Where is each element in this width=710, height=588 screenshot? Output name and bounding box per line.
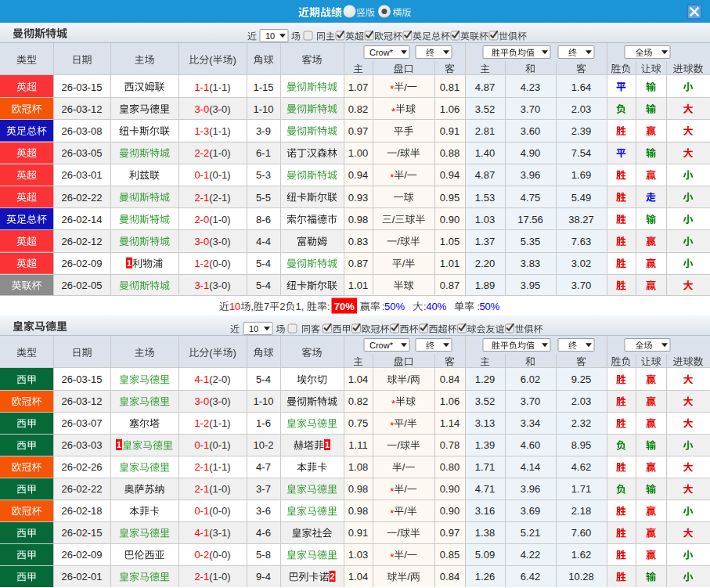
svg-text:1-15: 1-15 bbox=[253, 81, 273, 93]
svg-text:7.54: 7.54 bbox=[571, 147, 591, 159]
svg-text:0.94: 0.94 bbox=[348, 169, 368, 181]
svg-text:4.23: 4.23 bbox=[521, 81, 540, 93]
svg-text:1.38: 1.38 bbox=[475, 527, 495, 539]
svg-text:1.40: 1.40 bbox=[475, 147, 495, 159]
svg-text:26-02-09: 26-02-09 bbox=[61, 549, 102, 561]
svg-text:0.82: 0.82 bbox=[348, 395, 368, 407]
svg-text:4.62: 4.62 bbox=[571, 461, 591, 473]
svg-text:0.81: 0.81 bbox=[440, 81, 460, 93]
svg-text:10.28: 10.28 bbox=[568, 571, 594, 583]
svg-text:5-5: 5-5 bbox=[256, 192, 271, 204]
svg-text:3.70: 3.70 bbox=[521, 103, 540, 115]
svg-text:5-4: 5-4 bbox=[256, 373, 271, 385]
svg-text:26-03-05: 26-03-05 bbox=[61, 147, 102, 159]
svg-text:4.87: 4.87 bbox=[475, 169, 495, 181]
svg-text:1.01: 1.01 bbox=[348, 280, 368, 291]
svg-text:5-4: 5-4 bbox=[256, 280, 271, 291]
svg-text:0.91: 0.91 bbox=[348, 527, 368, 539]
svg-text:5.21: 5.21 bbox=[521, 527, 540, 539]
svg-text:(: ( bbox=[209, 347, 213, 359]
svg-text:3.69: 3.69 bbox=[521, 505, 540, 517]
svg-text:10: 10 bbox=[229, 301, 240, 312]
svg-text:2-1: 2-1 bbox=[194, 192, 209, 204]
svg-text:5-3: 5-3 bbox=[256, 169, 271, 181]
svg-text:3-9: 3-9 bbox=[256, 125, 271, 137]
svg-text:4.90: 4.90 bbox=[521, 147, 540, 159]
svg-text:3-7: 3-7 bbox=[256, 483, 271, 495]
svg-text:3.13: 3.13 bbox=[475, 417, 495, 429]
svg-text:3-0: 3-0 bbox=[194, 236, 209, 247]
svg-text:5.35: 5.35 bbox=[521, 236, 540, 247]
svg-text:6.02: 6.02 bbox=[521, 373, 540, 385]
svg-text:3-1: 3-1 bbox=[194, 280, 209, 291]
svg-text:(3-0): (3-0) bbox=[209, 236, 230, 247]
svg-text:1-10: 1-10 bbox=[253, 395, 273, 407]
svg-text:10-2: 10-2 bbox=[253, 439, 273, 451]
svg-text:3.83: 3.83 bbox=[521, 258, 540, 269]
svg-text:0.82: 0.82 bbox=[348, 103, 368, 115]
svg-text:/: / bbox=[404, 169, 407, 181]
svg-text:4.71: 4.71 bbox=[475, 483, 495, 495]
svg-text:26-03-01: 26-03-01 bbox=[61, 169, 102, 181]
svg-text:6-1: 6-1 bbox=[256, 147, 271, 159]
svg-text:26-03-07: 26-03-07 bbox=[61, 417, 102, 429]
svg-text:26-03-08: 26-03-08 bbox=[61, 125, 102, 137]
svg-text:0.90: 0.90 bbox=[440, 505, 460, 517]
svg-text:2-0: 2-0 bbox=[194, 214, 209, 225]
svg-text:2.03: 2.03 bbox=[571, 395, 591, 407]
svg-text:38.27: 38.27 bbox=[568, 214, 594, 225]
svg-text:(3-1): (3-1) bbox=[209, 527, 230, 539]
svg-text:1.04: 1.04 bbox=[348, 373, 368, 385]
svg-text:3-0: 3-0 bbox=[194, 395, 209, 407]
svg-text:3.34: 3.34 bbox=[521, 417, 540, 429]
svg-text:2.39: 2.39 bbox=[571, 125, 591, 137]
svg-text:10: 10 bbox=[265, 31, 275, 41]
svg-text:/: / bbox=[407, 373, 410, 385]
svg-text:1.07: 1.07 bbox=[348, 81, 368, 93]
svg-text:/: / bbox=[404, 483, 407, 495]
svg-text:1.03: 1.03 bbox=[475, 214, 495, 225]
svg-text:0.88: 0.88 bbox=[440, 147, 460, 159]
svg-text:1.06: 1.06 bbox=[440, 103, 460, 115]
svg-text:2.20: 2.20 bbox=[475, 258, 495, 269]
svg-text:/: / bbox=[402, 258, 405, 269]
svg-text:2.32: 2.32 bbox=[571, 417, 591, 429]
svg-text:/: / bbox=[404, 417, 407, 429]
svg-text:2-1: 2-1 bbox=[194, 483, 209, 495]
svg-text:(1-0): (1-0) bbox=[209, 147, 230, 159]
svg-text:1.14: 1.14 bbox=[440, 417, 460, 429]
svg-text:*: * bbox=[390, 551, 394, 563]
svg-text:0.95: 0.95 bbox=[440, 192, 460, 204]
svg-text:26-02-18: 26-02-18 bbox=[61, 505, 102, 517]
svg-text:(2-0): (2-0) bbox=[209, 373, 230, 385]
svg-text:2: 2 bbox=[330, 572, 334, 581]
svg-text:8.95: 8.95 bbox=[571, 439, 591, 451]
svg-text:1.05: 1.05 bbox=[440, 236, 460, 247]
svg-text:*: * bbox=[391, 398, 395, 409]
svg-text:1-1: 1-1 bbox=[194, 81, 209, 93]
svg-text:1.08: 1.08 bbox=[348, 461, 368, 473]
svg-text:26-02-15: 26-02-15 bbox=[61, 527, 102, 539]
svg-text:(3-0): (3-0) bbox=[209, 395, 230, 407]
svg-text:3.96: 3.96 bbox=[521, 169, 540, 181]
svg-text:17.56: 17.56 bbox=[517, 214, 543, 225]
svg-text:26-03-03: 26-03-03 bbox=[61, 439, 102, 451]
svg-text:2.18: 2.18 bbox=[571, 505, 591, 517]
svg-text:5.49: 5.49 bbox=[571, 192, 591, 204]
svg-text:(1-0): (1-0) bbox=[209, 214, 230, 225]
svg-text:1: 1 bbox=[127, 258, 132, 268]
svg-text:0.97: 0.97 bbox=[348, 125, 368, 137]
svg-text:26-03-12: 26-03-12 bbox=[61, 395, 102, 407]
svg-text:(0-0): (0-0) bbox=[209, 505, 230, 517]
svg-text:1.64: 1.64 bbox=[571, 81, 591, 93]
svg-text:50%: 50% bbox=[479, 301, 499, 312]
svg-text:2: 2 bbox=[279, 301, 285, 312]
svg-text:5.09: 5.09 bbox=[475, 549, 495, 561]
svg-text:50%: 50% bbox=[384, 301, 405, 312]
svg-text:1: 1 bbox=[117, 440, 121, 449]
svg-text:26-02-09: 26-02-09 bbox=[61, 258, 102, 269]
svg-text:1.71: 1.71 bbox=[475, 461, 495, 473]
svg-text:(0-0): (0-0) bbox=[209, 549, 230, 561]
svg-text:3.16: 3.16 bbox=[475, 505, 495, 517]
svg-text:1-3: 1-3 bbox=[194, 125, 209, 137]
